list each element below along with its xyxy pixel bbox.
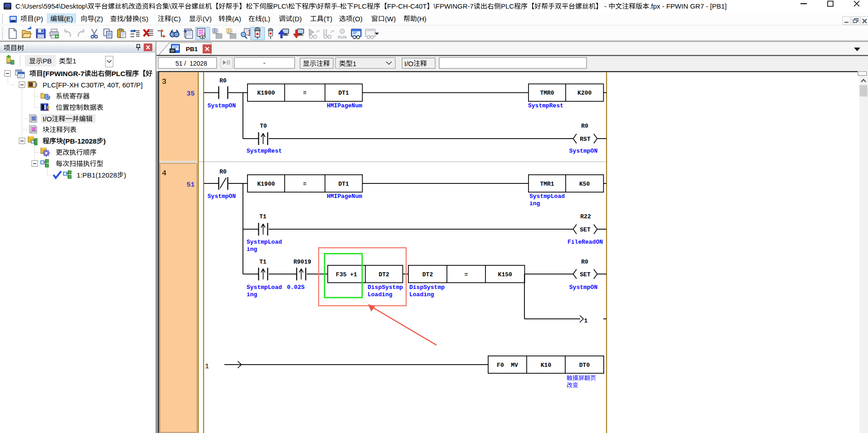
svg-text:PLC: PLC [501, 2, 514, 10]
svg-text:DT0: DT0 [579, 362, 590, 369]
svg-text:ing: ing [247, 246, 257, 253]
svg-text:RUN: RUN [338, 35, 347, 39]
svg-text:ing: ing [247, 291, 257, 298]
svg-text:(T): (T) [324, 15, 332, 23]
svg-text:(O): (O) [353, 15, 363, 23]
svg-text:R0: R0 [219, 77, 227, 84]
svg-text:ing: ing [529, 200, 540, 207]
svg-text:(H): (H) [417, 15, 427, 23]
svg-text:HMIPageNum: HMIPageNum [327, 102, 362, 109]
svg-text:-: - [263, 59, 266, 67]
svg-text:K50: K50 [579, 181, 590, 188]
svg-text:(C): (C) [171, 15, 181, 23]
svg-text:(V): (V) [203, 15, 212, 23]
svg-text:1: 1 [205, 363, 209, 370]
svg-text:K150: K150 [498, 271, 512, 278]
svg-text:DT2: DT2 [422, 271, 433, 278]
svg-text:4: 4 [162, 169, 166, 178]
svg-text:-: - [602, 2, 608, 10]
svg-text:PLC: PLC [354, 2, 367, 10]
svg-text:K1900: K1900 [257, 90, 275, 96]
svg-text:SET: SET [580, 271, 591, 278]
svg-text:(A): (A) [232, 15, 241, 23]
svg-text:DT2: DT2 [379, 271, 390, 278]
svg-text:FP-CH-C40T: FP-CH-C40T [387, 2, 427, 10]
svg-text:TMR1: TMR1 [540, 181, 554, 188]
svg-text:1: 1 [353, 60, 356, 67]
svg-text:PB1: PB1 [186, 46, 198, 53]
svg-text:(S): (S) [139, 15, 148, 23]
svg-text:\FPWINGR-7: \FPWINGR-7 [434, 2, 474, 10]
svg-text:51 / 12028: 51 / 12028 [175, 60, 207, 67]
svg-text:51: 51 [187, 181, 195, 189]
svg-text:RST: RST [580, 136, 591, 143]
svg-text:K200: K200 [577, 90, 592, 96]
svg-text:): ) [124, 171, 126, 179]
svg-text:FileReadON: FileReadON [567, 239, 603, 245]
svg-text:SystmpON: SystmpON [208, 193, 236, 200]
svg-text:(E): (E) [64, 15, 73, 23]
svg-text:R0: R0 [581, 123, 588, 130]
svg-text:SystmpLoad: SystmpLoad [247, 239, 282, 245]
svg-text:1:PB1(12028: 1:PB1(12028 [77, 171, 117, 179]
svg-text:): ) [103, 137, 106, 145]
svg-text:(P): (P) [34, 15, 43, 23]
svg-text:(Z): (Z) [94, 15, 103, 23]
svg-text:35: 35 [187, 90, 195, 98]
svg-text:(PB-12028: (PB-12028 [63, 137, 97, 145]
svg-text:T0: T0 [260, 123, 267, 130]
svg-text:Loading: Loading [409, 291, 434, 298]
svg-text:K1900: K1900 [257, 181, 275, 188]
svg-text:0.02S: 0.02S [287, 284, 305, 291]
svg-text:DispSystmp: DispSystmp [368, 284, 403, 291]
svg-text:1: 1 [73, 57, 76, 65]
svg-text:SystmpRest: SystmpRest [247, 148, 282, 154]
svg-text:T1: T1 [259, 213, 267, 220]
svg-text:=: = [303, 90, 307, 96]
svg-text:(D): (D) [292, 15, 302, 23]
svg-text:=: = [465, 271, 468, 278]
svg-text:SystmpON: SystmpON [208, 102, 236, 109]
svg-text:DT1: DT1 [339, 90, 349, 96]
svg-text:SET: SET [580, 226, 591, 233]
svg-text:SystmpON: SystmpON [569, 284, 597, 291]
svg-text:(W): (W) [385, 15, 396, 23]
svg-text:R22: R22 [580, 213, 591, 220]
svg-text:I/O: I/O [43, 115, 52, 123]
svg-text:-: - [338, 2, 340, 10]
svg-text:[FPWINGR-7: [FPWINGR-7 [43, 70, 84, 77]
svg-text:Loading: Loading [368, 291, 393, 298]
svg-text:(L): (L) [262, 15, 270, 23]
svg-text:3: 3 [162, 77, 166, 86]
svg-text:SystmpLoad: SystmpLoad [247, 284, 282, 291]
svg-text:K10: K10 [541, 362, 552, 369]
svg-text:TMR0: TMR0 [540, 90, 554, 96]
svg-text:HMIPageNum: HMIPageNum [327, 193, 362, 200]
svg-text:T1: T1 [259, 259, 267, 265]
svg-text:SystmpRest: SystmpRest [528, 102, 563, 109]
svg-text:SystmpLoad: SystmpLoad [529, 193, 565, 200]
svg-text:F35 +1: F35 +1 [336, 271, 357, 278]
svg-text:DT1: DT1 [339, 181, 349, 188]
svg-text:R0: R0 [581, 259, 588, 265]
svg-text:R0: R0 [219, 168, 227, 175]
svg-text:PLC[FP-XH C30T/P, 40T, 60T/P]: PLC[FP-XH C30T/P, 40T, 60T/P] [43, 81, 143, 89]
svg-text:R9019: R9019 [294, 259, 311, 265]
svg-text:PLC\: PLC\ [273, 2, 288, 10]
svg-text:PB: PB [43, 57, 52, 65]
svg-text:.fpx - FPWIN GR7 - [PB1]: .fpx - FPWIN GR7 - [PB1] [649, 2, 727, 10]
svg-text:SystmpON: SystmpON [569, 148, 597, 154]
svg-text:=: = [303, 181, 307, 188]
svg-text:DispSystmp: DispSystmp [409, 284, 445, 291]
svg-text:F0 MV: F0 MV [497, 362, 518, 369]
svg-text:PLC: PLC [112, 70, 126, 77]
svg-text:I/O: I/O [404, 60, 413, 67]
svg-text:C:\Users\5954\Desktop\: C:\Users\5954\Desktop\ [15, 2, 88, 10]
svg-text:1: 1 [584, 318, 588, 324]
